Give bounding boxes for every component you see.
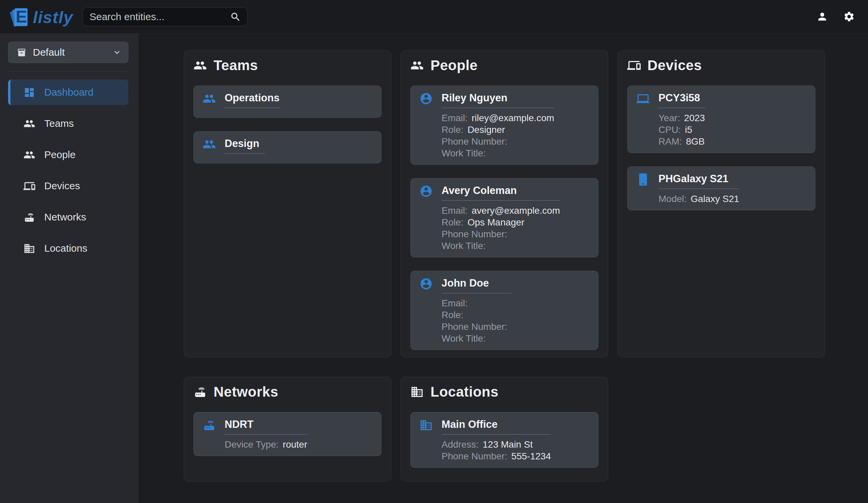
- entry-field: Work Title:: [442, 240, 560, 252]
- group-icon: [194, 59, 207, 72]
- card-networks: Networks NDRT Device Type:router: [184, 377, 391, 482]
- field-label: Phone Number:: [442, 136, 507, 147]
- workspace-selector[interactable]: Default: [8, 42, 128, 63]
- entry-main-office[interactable]: Main Office Address:123 Main St Phone Nu…: [410, 412, 598, 468]
- entry-title: Design: [225, 137, 265, 154]
- entry-title: PCY3i58: [659, 91, 705, 108]
- entry-body: PCY3i58 Year:2023 CPU:i5 RAM:8GB: [659, 91, 705, 147]
- sidebar: Default Dashboard Teams People Devices N…: [0, 33, 138, 503]
- laptop-icon: [636, 92, 650, 105]
- card-header: Teams: [194, 57, 382, 73]
- sidebar-item-teams[interactable]: Teams: [8, 111, 128, 136]
- entry-field: Phone Number:555-1234: [442, 450, 551, 462]
- card-header: Locations: [410, 384, 598, 400]
- sidebar-item-dashboard[interactable]: Dashboard: [8, 80, 128, 105]
- sidebar-item-locations[interactable]: Locations: [8, 235, 128, 261]
- entry-riley-nguyen[interactable]: Riley Nguyen Email:riley@example.com Rol…: [410, 85, 598, 165]
- sidebar-item-devices[interactable]: Devices: [8, 173, 128, 199]
- entry-field: Model:Galaxy S21: [659, 193, 739, 205]
- field-label: RAM:: [659, 136, 682, 147]
- entry-field: Phone Number:: [442, 228, 560, 240]
- entry-field: Role:Designer: [442, 124, 554, 135]
- group-icon: [23, 118, 35, 130]
- card-teams: Teams Operations Design: [184, 50, 391, 358]
- field-label: Role:: [442, 310, 463, 320]
- field-value: Designer: [467, 124, 505, 135]
- field-label: CPU:: [659, 124, 681, 135]
- entry-pcy3i58[interactable]: PCY3i58 Year:2023 CPU:i5 RAM:8GB: [627, 85, 815, 153]
- card-title: Locations: [431, 384, 498, 400]
- group-icon: [203, 92, 216, 105]
- account-circle-icon: [420, 92, 433, 105]
- entry-operations[interactable]: Operations: [194, 85, 382, 118]
- entry-field: Work Title:: [442, 333, 511, 344]
- entry-john-doe[interactable]: John Doe Email: Role: Phone Number: Work…: [410, 271, 598, 350]
- app-logo[interactable]: E listly: [7, 4, 73, 29]
- entry-design[interactable]: Design: [194, 131, 382, 163]
- card-people: People Riley Nguyen Email:riley@example.…: [401, 50, 608, 358]
- card-title: Devices: [648, 57, 702, 73]
- entry-title: Operations: [225, 91, 280, 108]
- account-circle-icon: [420, 184, 433, 198]
- main-content: Teams Operations Design People: [138, 33, 868, 503]
- field-label: Email:: [442, 205, 468, 216]
- field-label: Phone Number:: [442, 451, 507, 461]
- card-devices: Devices PCY3i58 Year:2023 CPU:i5 RAM:8GB: [618, 50, 825, 358]
- field-value: Ops Manager: [467, 217, 524, 228]
- sidebar-item-label: Networks: [44, 211, 86, 223]
- field-label: Role:: [442, 217, 463, 228]
- entry-field: Email:: [442, 297, 511, 309]
- field-label: Phone Number:: [442, 229, 507, 239]
- entry-field: CPU:i5: [659, 124, 705, 135]
- chevron-down-icon: [112, 47, 122, 57]
- search-input[interactable]: [82, 7, 248, 26]
- card-title: Networks: [214, 384, 278, 400]
- field-label: Email:: [442, 113, 468, 123]
- group-icon: [203, 138, 216, 151]
- entry-list: Main Office Address:123 Main St Phone Nu…: [410, 412, 598, 468]
- entry-title: John Doe: [442, 276, 511, 293]
- sidebar-item-people[interactable]: People: [8, 142, 128, 168]
- field-value: 555-1234: [511, 451, 551, 461]
- entry-list: PCY3i58 Year:2023 CPU:i5 RAM:8GB PHG: [627, 85, 815, 210]
- field-label: Work Title:: [442, 148, 486, 158]
- entry-avery-coleman[interactable]: Avery Coleman Email:avery@example.com Ro…: [410, 178, 598, 258]
- entry-body: PHGalaxy S21 Model:Galaxy S21: [659, 172, 739, 205]
- entry-field: Phone Number:: [442, 321, 511, 333]
- field-label: Work Title:: [442, 333, 486, 344]
- field-label: Role:: [442, 124, 463, 135]
- entry-body: John Doe Email: Role: Phone Number: Work…: [442, 276, 511, 344]
- devices-icon: [23, 180, 35, 192]
- sidebar-item-label: Locations: [44, 243, 87, 254]
- entry-field: Work Title:: [442, 147, 554, 159]
- entry-body: Riley Nguyen Email:riley@example.com Rol…: [442, 91, 554, 159]
- entry-field: Email:riley@example.com: [442, 112, 554, 124]
- top-bar: E listly: [0, 0, 868, 33]
- field-value: i5: [685, 124, 692, 135]
- entry-field: Role:Ops Manager: [442, 217, 560, 228]
- group-icon: [23, 149, 35, 161]
- entry-field: Year:2023: [659, 112, 705, 124]
- entry-title: Riley Nguyen: [442, 91, 554, 108]
- smartphone-icon: [636, 173, 650, 186]
- entry-body: Avery Coleman Email:avery@example.com Ro…: [442, 184, 560, 252]
- entry-body: Operations: [225, 91, 280, 112]
- field-label: Model:: [659, 194, 686, 204]
- sidebar-item-networks[interactable]: Networks: [8, 204, 128, 230]
- gear-icon[interactable]: [843, 11, 855, 22]
- svg-text:E: E: [16, 7, 27, 26]
- workspace-label: Default: [33, 47, 65, 58]
- card-title: People: [431, 57, 478, 73]
- logo-wordmark: listly: [33, 8, 73, 27]
- search-icon[interactable]: [230, 11, 241, 22]
- entry-ndrt[interactable]: NDRT Device Type:router: [194, 412, 382, 456]
- field-label: Phone Number:: [442, 321, 507, 332]
- field-value: avery@example.com: [472, 205, 560, 216]
- field-value: router: [283, 439, 307, 450]
- field-label: Email:: [442, 298, 468, 308]
- entry-title: PHGalaxy S21: [659, 172, 739, 189]
- entry-phgalaxy-s21[interactable]: PHGalaxy S21 Model:Galaxy S21: [627, 167, 815, 210]
- field-value: Galaxy S21: [691, 194, 739, 204]
- user-icon[interactable]: [816, 11, 828, 22]
- search-box: [82, 7, 248, 26]
